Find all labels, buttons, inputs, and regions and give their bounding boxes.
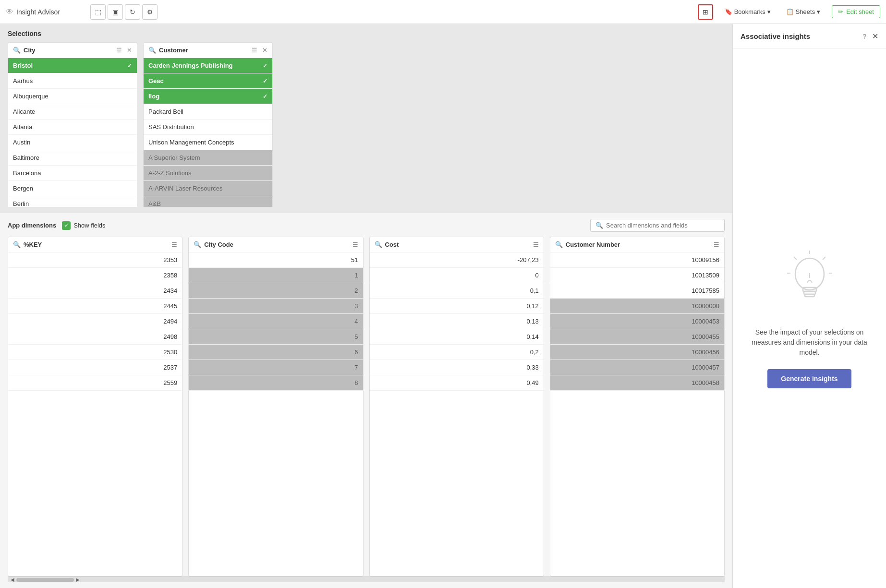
pkey-list: 2353 2358 2434 2445 2494 2498 2530 2537 … <box>8 252 182 576</box>
app-dimensions-section: App dimensions ✓ Show fields 🔍 🔍 %KEY <box>0 213 732 588</box>
dim-item[interactable]: 2494 <box>8 314 182 329</box>
close-icon[interactable]: ✕ <box>872 32 878 41</box>
dim-item[interactable]: 10000000 <box>550 299 724 314</box>
tool-refresh-btn[interactable]: ↻ <box>125 4 140 20</box>
customer-list: Carden Jennings Publishing ✓ Geac ✓ Ilog… <box>144 58 272 207</box>
dim-item[interactable]: 0,2 <box>370 345 544 360</box>
list-item[interactable]: Geac ✓ <box>144 73 272 89</box>
dim-item[interactable]: 10017585 <box>550 283 724 299</box>
tool-rect-btn[interactable]: ▣ <box>108 4 123 20</box>
dim-item[interactable]: 51 <box>189 252 363 268</box>
list-item[interactable]: A Superior System <box>144 150 272 166</box>
dim-item[interactable]: 0,12 <box>370 299 544 314</box>
insight-advisor-logo[interactable]: 👁 Insight Advisor <box>6 8 83 16</box>
dim-item[interactable]: 0,14 <box>370 329 544 345</box>
bookmarks-btn[interactable]: 🔖 Bookmarks ▾ <box>721 6 775 17</box>
list-item[interactable]: Carden Jennings Publishing ✓ <box>144 58 272 73</box>
header-tools: ⬚ ▣ ↻ ⚙ <box>90 4 158 20</box>
edit-sheet-label: Edit sheet <box>846 8 874 15</box>
dim-item[interactable]: 2559 <box>8 375 182 391</box>
cost-list-icon[interactable]: ☰ <box>533 241 539 248</box>
tool-settings-btn[interactable]: ⚙ <box>142 4 158 20</box>
city-search-icon: 🔍 <box>13 47 21 54</box>
dim-item[interactable]: 10000453 <box>550 314 724 329</box>
list-item[interactable]: Bristol ✓ <box>8 58 137 73</box>
dim-item[interactable]: 0,13 <box>370 314 544 329</box>
cnum-list-icon[interactable]: ☰ <box>714 241 719 248</box>
dim-item[interactable]: 5 <box>189 329 363 345</box>
dim-item[interactable]: 0,33 <box>370 360 544 375</box>
insight-advisor-label: Insight Advisor <box>16 8 60 16</box>
lightbulb-illustration <box>783 249 836 318</box>
dim-item[interactable]: 2358 <box>8 268 182 283</box>
dim-item[interactable]: 6 <box>189 345 363 360</box>
list-item[interactable]: A&B <box>144 196 272 207</box>
list-item[interactable]: Aarhus <box>8 73 137 89</box>
list-item[interactable]: SAS Distribution <box>144 120 272 135</box>
generate-insights-btn[interactable]: Generate insights <box>767 369 851 388</box>
customer-panel-header: 🔍 Customer ☰ ✕ <box>144 43 272 58</box>
list-item[interactable]: A-2-Z Solutions <box>144 166 272 181</box>
list-item[interactable]: A-ARVIN Laser Resources <box>144 181 272 196</box>
dim-item[interactable]: 0,49 <box>370 375 544 391</box>
list-item[interactable]: Albuquerque <box>8 89 137 104</box>
dim-item[interactable]: 2537 <box>8 360 182 375</box>
city-code-title: City Code <box>204 241 347 248</box>
dim-item[interactable]: 3 <box>189 299 363 314</box>
dim-item[interactable]: 7 <box>189 360 363 375</box>
dim-search-input[interactable] <box>606 222 719 229</box>
list-item[interactable]: Berlin <box>8 196 137 207</box>
list-item[interactable]: Bergen <box>8 181 137 196</box>
dim-item[interactable]: 2 <box>189 283 363 299</box>
scroll-left-arrow[interactable]: ◀ <box>9 577 16 582</box>
bottom-scrollbar[interactable]: ◀ ▶ <box>8 576 725 582</box>
show-fields-toggle[interactable]: ✓ Show fields <box>62 221 105 230</box>
list-item[interactable]: Baltimore <box>8 150 137 166</box>
cnum-search-icon: 🔍 <box>555 241 563 248</box>
dim-item[interactable]: 2530 <box>8 345 182 360</box>
city-code-list-icon[interactable]: ☰ <box>352 241 358 248</box>
dim-item[interactable]: 0,1 <box>370 283 544 299</box>
dim-item[interactable]: 8 <box>189 375 363 391</box>
customer-list-icon[interactable]: ☰ <box>252 47 257 54</box>
list-item[interactable]: Barcelona <box>8 166 137 181</box>
dim-item[interactable]: 4 <box>189 314 363 329</box>
city-code-panel: 🔍 City Code ☰ 51 1 2 3 4 5 6 7 8 <box>188 237 363 576</box>
dim-item[interactable]: 10000456 <box>550 345 724 360</box>
city-close-icon[interactable]: ✕ <box>127 47 132 54</box>
list-item[interactable]: Packard Bell <box>144 104 272 120</box>
tool-lasso-btn[interactable]: ⬚ <box>90 4 106 20</box>
dim-item[interactable]: 2434 <box>8 283 182 299</box>
dim-item[interactable]: 0 <box>370 268 544 283</box>
sheets-btn[interactable]: 📋 Sheets ▾ <box>782 6 824 17</box>
list-item[interactable]: Ilog ✓ <box>144 89 272 104</box>
grid-view-btn[interactable]: ⊞ <box>698 4 713 20</box>
scroll-thumb[interactable] <box>16 578 74 582</box>
dim-item[interactable]: 10000458 <box>550 375 724 391</box>
list-item[interactable]: Atlanta <box>8 120 137 135</box>
dim-search-icon: 🔍 <box>595 222 603 229</box>
edit-sheet-btn[interactable]: ✏ Edit sheet <box>832 5 880 18</box>
dim-item[interactable]: 2498 <box>8 329 182 345</box>
customer-number-header: 🔍 Customer Number ☰ <box>550 237 724 252</box>
dim-item[interactable]: 10013509 <box>550 268 724 283</box>
dim-item[interactable]: 2353 <box>8 252 182 268</box>
dim-item[interactable]: 1 <box>189 268 363 283</box>
dim-item[interactable]: 10000457 <box>550 360 724 375</box>
dim-item[interactable]: 2445 <box>8 299 182 314</box>
list-item[interactable]: Austin <box>8 135 137 150</box>
help-icon[interactable]: ? <box>862 33 866 40</box>
customer-close-icon[interactable]: ✕ <box>262 47 267 54</box>
dim-item[interactable]: -207,23 <box>370 252 544 268</box>
city-code-list: 51 1 2 3 4 5 6 7 8 <box>189 252 363 576</box>
list-item[interactable]: Unison Management Concepts <box>144 135 272 150</box>
dim-item[interactable]: 10000455 <box>550 329 724 345</box>
list-item[interactable]: Alicante <box>8 104 137 120</box>
city-list-icon[interactable]: ☰ <box>116 47 122 54</box>
show-fields-checkbox[interactable]: ✓ <box>62 221 71 230</box>
pkey-list-icon[interactable]: ☰ <box>171 241 177 248</box>
dim-search-box[interactable]: 🔍 <box>590 219 725 232</box>
dim-item[interactable]: 10009156 <box>550 252 724 268</box>
right-panel: Associative insights ? ✕ <box>732 24 886 588</box>
scroll-right-arrow[interactable]: ▶ <box>74 577 82 582</box>
